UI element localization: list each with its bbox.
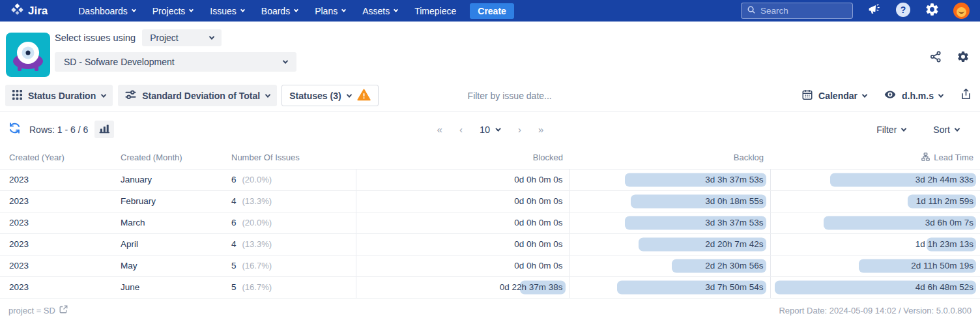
issue-date-filter[interactable]: Filter by issue date... (468, 91, 552, 101)
cell-month: May (121, 255, 231, 276)
chart-view-button[interactable] (94, 121, 114, 138)
duration-format-button[interactable]: d.h.m.s (884, 89, 943, 102)
cell-month: February (121, 190, 231, 212)
status-duration-table: Created (Year) Created (Month) Number Of… (0, 147, 980, 299)
announcements-icon[interactable] (867, 3, 882, 19)
col-blocked[interactable]: Blocked (356, 147, 569, 169)
sort-button[interactable]: Sort (933, 124, 959, 135)
sliders-icon (125, 89, 136, 102)
search-input[interactable] (760, 6, 839, 16)
app-icon (6, 33, 50, 77)
next-page-button[interactable]: › (518, 124, 521, 135)
search-box[interactable] (741, 3, 853, 19)
chevron-down-icon (938, 92, 944, 97)
top-navbar: Jira Dashboards Projects Issues Boards P… (0, 0, 980, 22)
cell-year: 2023 (0, 255, 121, 276)
view-type-button[interactable]: Status Duration (5, 85, 113, 106)
jira-logo[interactable]: Jira (10, 3, 48, 20)
cell-backlog: 3d 3h 37m 53s (569, 212, 770, 233)
filter-button[interactable]: Filter (876, 124, 906, 135)
help-icon[interactable]: ? (895, 2, 911, 20)
chevron-down-icon (496, 126, 501, 131)
calendar-icon (801, 89, 813, 102)
table-row[interactable]: 2023 March 6(20.0%) 0d 0h 0m 0s 3d 3h 37… (0, 212, 980, 233)
pagination: « ‹ 10 › » (437, 124, 543, 135)
calendar-button[interactable]: Calendar (801, 89, 867, 102)
issue-source-area: Select issues using Project SD - Sofware… (55, 29, 296, 72)
page-size-select[interactable]: 10 (480, 124, 500, 135)
cell-month: April (121, 233, 231, 255)
cell-backlog: 3d 0h 18m 55s (569, 190, 770, 212)
rows-count-label: Rows: 1 - 6 / 6 (29, 124, 88, 135)
share-icon[interactable] (929, 50, 942, 66)
col-backlog[interactable]: Backlog (569, 147, 770, 169)
cell-issue-count: 4(13.3%) (231, 190, 356, 212)
cell-backlog: 2d 2h 30m 56s (569, 255, 770, 276)
cell-issue-count: 5(16.7%) (231, 276, 356, 298)
last-page-button[interactable]: » (538, 124, 543, 135)
nav-item-issues[interactable]: Issues (201, 0, 252, 22)
cell-lead-time: 4d 6h 48m 52s (770, 276, 980, 298)
cell-lead-time: 3d 2h 44m 33s (770, 169, 980, 190)
toolbar-right: Calendar d.h.m.s (801, 88, 972, 103)
svg-text:?: ? (901, 5, 906, 15)
cell-year: 2023 (0, 190, 121, 212)
chevron-down-icon (132, 8, 136, 12)
issue-percentage: (16.7%) (242, 261, 272, 271)
settings-icon[interactable] (925, 2, 940, 20)
nav-item-dashboards[interactable]: Dashboards (70, 0, 144, 22)
issue-percentage: (20.0%) (242, 218, 272, 227)
table-row[interactable]: 2023 June 5(16.7%) 0d 22h 37m 38s 3d 7h … (0, 276, 980, 298)
chevron-down-icon (341, 8, 346, 12)
table-row[interactable]: 2023 February 4(13.3%) 0d 0h 0m 0s 3d 0h… (0, 190, 980, 212)
strip-right: Filter Sort (876, 124, 972, 135)
statuses-button[interactable]: Statuses (3) (281, 85, 378, 106)
project-select[interactable]: SD - Sofware Development (55, 52, 296, 72)
col-created-year[interactable]: Created (Year) (0, 147, 121, 169)
cell-lead-time: 3d 6h 0m 7s (770, 212, 980, 233)
cell-issue-count: 6(20.0%) (231, 212, 356, 233)
nav-item-plans[interactable]: Plans (306, 0, 354, 22)
report-header: Select issues using Project SD - Sofware… (0, 22, 980, 85)
table-row[interactable]: 2023 January 6(20.0%) 0d 0h 0m 0s 3d 3h … (0, 169, 980, 190)
cell-year: 2023 (0, 233, 121, 255)
nav-item-timepiece[interactable]: Timepiece (406, 0, 465, 22)
cell-lead-time: 1d 1h 23m 13s (770, 233, 980, 255)
col-lead-time[interactable]: Lead Time (770, 147, 980, 169)
nav-item-projects[interactable]: Projects (144, 0, 202, 22)
chevron-down-icon (240, 8, 245, 12)
nav-item-boards[interactable]: Boards (253, 0, 306, 22)
issue-percentage: (20.0%) (242, 175, 272, 184)
report-settings-icon[interactable] (957, 50, 970, 66)
export-icon[interactable] (960, 88, 972, 103)
col-number-of-issues[interactable]: Number Of Issues (231, 147, 356, 169)
chevron-down-icon (955, 126, 960, 131)
chevron-down-icon (265, 92, 270, 97)
chevron-down-icon (283, 58, 288, 63)
col-created-month[interactable]: Created (Month) (121, 147, 231, 169)
table-row[interactable]: 2023 May 5(16.7%) 0d 0h 0m 0s 2d 2h 30m … (0, 255, 980, 276)
cell-blocked: 0d 0h 0m 0s (356, 233, 569, 255)
issue-source-select[interactable]: Project (142, 29, 222, 46)
chevron-down-icon (209, 34, 214, 39)
cell-blocked: 0d 0h 0m 0s (356, 212, 569, 233)
user-avatar[interactable] (953, 3, 970, 19)
jql-query: project = SD (8, 306, 55, 315)
grid-icon (12, 90, 22, 102)
refresh-icon[interactable] (8, 121, 22, 138)
search-icon (747, 5, 756, 17)
table-row[interactable]: 2023 April 4(13.3%) 0d 0h 0m 0s 2d 20h 7… (0, 233, 980, 255)
navbar-right: ? (741, 2, 970, 20)
issue-percentage: (13.3%) (242, 196, 272, 206)
create-button[interactable]: Create (470, 3, 514, 19)
nav-menu: Dashboards Projects Issues Boards Plans … (70, 0, 514, 22)
table-controls: Rows: 1 - 6 / 6 « ‹ 10 › » Filter Sort (0, 111, 980, 147)
table-header-row: Created (Year) Created (Month) Number Of… (0, 147, 980, 169)
first-page-button[interactable]: « (437, 124, 442, 135)
prev-page-button[interactable]: ‹ (459, 124, 462, 135)
metric-button[interactable]: Standard Deviation of Total (118, 85, 277, 106)
external-link-icon[interactable] (59, 305, 68, 315)
nav-item-assets[interactable]: Assets (354, 0, 406, 22)
cell-backlog: 3d 3h 37m 53s (569, 169, 770, 190)
cell-lead-time: 1d 11h 2m 59s (770, 190, 980, 212)
